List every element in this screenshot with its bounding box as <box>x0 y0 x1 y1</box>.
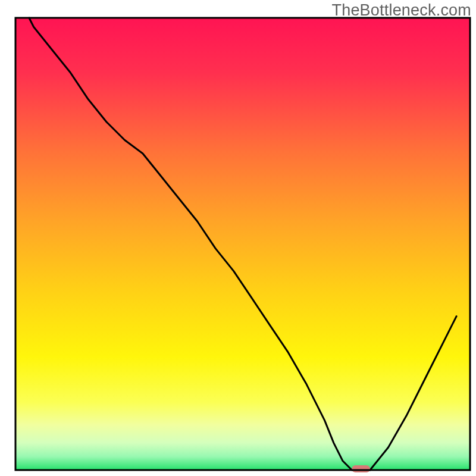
optimal-range-marker <box>352 465 370 472</box>
chart-background-gradient <box>15 18 470 470</box>
chart-svg <box>0 0 476 476</box>
watermark-text: TheBottleneck.com <box>331 1 471 20</box>
bottleneck-chart: TheBottleneck.com <box>0 0 476 476</box>
